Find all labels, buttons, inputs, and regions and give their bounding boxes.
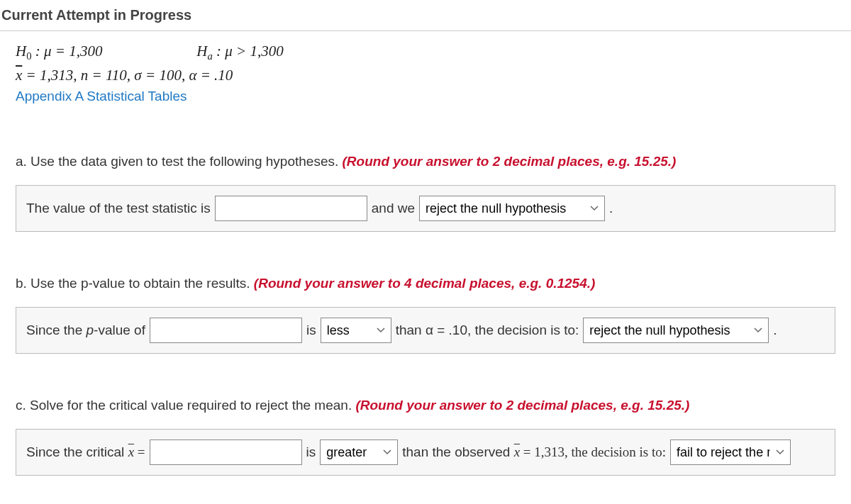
c-label-suffix: = <box>134 444 145 459</box>
appendix-link[interactable]: Appendix A Statistical Tables <box>16 89 835 104</box>
a-test-statistic-input[interactable] <box>215 196 367 221</box>
b-comparison-select[interactable]: less <box>321 318 391 343</box>
b-answer-row: Since the p-value of is less than α = .1… <box>16 307 835 354</box>
part-c: c. Solve for the critical value required… <box>0 385 851 476</box>
b-decision-select[interactable]: reject the null hypothesis <box>583 318 769 343</box>
given-block: H0 : μ = 1,300 Ha : μ > 1,300 x = 1,313,… <box>0 31 851 110</box>
ha-prefix: H <box>196 43 207 60</box>
a-tail: . <box>609 201 613 216</box>
b-label-p: p <box>87 323 94 337</box>
h0-prefix: H <box>16 43 26 60</box>
part-b: b. Use the p-value to obtain the results… <box>0 263 851 354</box>
ha-rest: : μ > 1,300 <box>213 43 284 60</box>
a-label: The value of the test statistic is <box>26 201 211 216</box>
a-decision-select[interactable]: reject the null hypothesis <box>419 196 605 221</box>
b-pvalue-input[interactable] <box>150 318 302 343</box>
a-mid: and we <box>372 201 415 216</box>
c-critical-input[interactable] <box>150 439 302 465</box>
c-mid2-xbar: x <box>514 444 520 460</box>
c-prompt: c. Solve for the critical value required… <box>16 398 355 413</box>
b-prompt-red: (Round your answer to 4 decimal places, … <box>254 276 596 291</box>
c-answer-row: Since the critical x = is greater than t… <box>16 429 835 476</box>
a-prompt-red: (Round your answer to 2 decimal places, … <box>343 154 677 169</box>
c-mid2-post: = 1,313, the decision is to: <box>520 444 666 459</box>
c-mid2-pre: than the observed <box>402 444 513 459</box>
a-prompt: a. Use the data given to test the follow… <box>16 154 343 169</box>
c-decision-select[interactable]: fail to reject the n <box>670 439 791 465</box>
c-label-prefix: Since the critical <box>26 444 128 459</box>
c-mid1: is <box>306 444 316 460</box>
h0-rest: : μ = 1,300 <box>32 43 103 60</box>
b-label-suffix: -value of <box>94 323 145 337</box>
c-comparison-select[interactable]: greater <box>320 439 398 465</box>
c-prompt-red: (Round your answer to 2 decimal places, … <box>355 398 689 413</box>
a-answer-row: The value of the test statistic is and w… <box>16 185 835 232</box>
b-tail: . <box>773 323 777 338</box>
stats-line: = 1,313, n = 110, σ = 100, α = .10 <box>22 67 233 84</box>
ha-sub: a <box>207 50 212 62</box>
part-a: a. Use the data given to test the follow… <box>0 141 851 232</box>
xbar-symbol: x <box>16 67 22 84</box>
b-mid1: is <box>306 323 316 338</box>
b-prompt: b. Use the p-value to obtain the results… <box>16 276 254 291</box>
b-label-prefix: Since the <box>26 323 87 337</box>
h0-sub: 0 <box>26 50 31 62</box>
c-label-xbar: x <box>128 444 134 460</box>
b-mid2: than α = .10, the decision is to: <box>396 323 579 338</box>
page-title: Current Attempt in Progress <box>0 0 851 31</box>
